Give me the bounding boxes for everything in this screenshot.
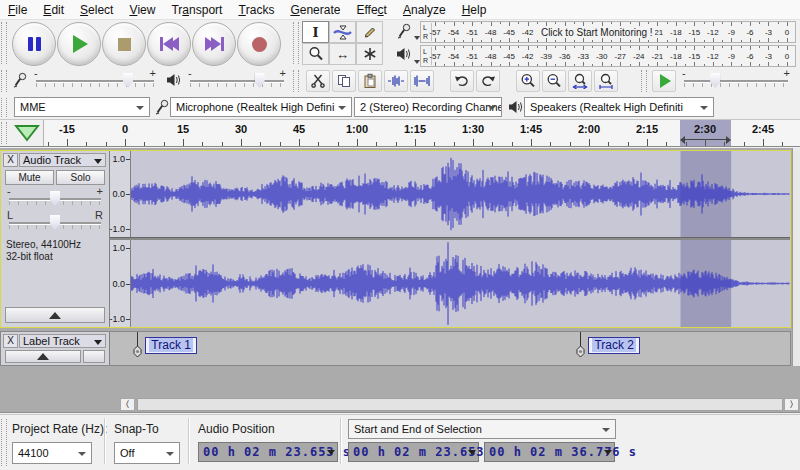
menu-select[interactable]: Select [72, 0, 121, 19]
scroll-right-button[interactable]: 〉 [784, 398, 799, 411]
snap-to-select[interactable]: Off [114, 442, 180, 464]
waveform-channel-right[interactable] [131, 240, 790, 327]
mute-button[interactable]: Mute [5, 170, 54, 185]
menu-help[interactable]: Help [454, 0, 495, 19]
play-button[interactable] [57, 22, 101, 66]
waveform-channel-left[interactable] [131, 151, 790, 237]
zoom-out-button[interactable] [542, 70, 566, 92]
scrollbar-thumb[interactable] [137, 398, 783, 411]
selection-start-field[interactable]: 00 h 02 m 23.653 s [348, 442, 479, 462]
redo-button[interactable] [476, 70, 500, 92]
skip-to-start-button[interactable] [147, 22, 191, 66]
horizontal-scrollbar: 〈 〉 [0, 397, 800, 413]
toolbar-grip[interactable] [1, 419, 7, 466]
collapse-track-button[interactable] [5, 350, 81, 363]
recording-meter[interactable]: LR-57-54-51-48-45-42-39-36-33-30-27-24-2… [390, 21, 798, 43]
undo-button[interactable] [450, 70, 474, 92]
vertical-scale-ruler[interactable]: 1.00.0-1.0 [110, 151, 131, 237]
zoom-tool[interactable] [302, 43, 329, 65]
microphone-icon[interactable] [396, 23, 418, 41]
meter-scale-value: 0 [785, 28, 789, 37]
timeline-label: 2:30 [694, 123, 716, 135]
multi-tool[interactable] [356, 43, 383, 65]
track-title-menu[interactable]: Audio Track [19, 153, 106, 167]
recording-channels-select[interactable]: 2 (Stereo) Recording Channels [354, 97, 502, 117]
skip-to-end-button[interactable] [192, 22, 236, 66]
label-text[interactable]: Track 1 [145, 337, 197, 354]
timeline-pin-cell [0, 120, 44, 146]
menu-file[interactable]: File [0, 0, 35, 19]
menu-transport[interactable]: Transport [163, 0, 230, 19]
time-shift-tool[interactable]: ↔ [329, 43, 356, 65]
toolbar-grip[interactable] [1, 122, 7, 144]
track-title-menu[interactable]: Label Track [19, 334, 106, 348]
paste-button[interactable] [358, 70, 382, 92]
gain-slider[interactable]: -+ [9, 189, 101, 209]
toolbar-grip[interactable] [1, 22, 7, 64]
timeline-label: 30 [235, 123, 247, 135]
copy-button[interactable] [332, 70, 356, 92]
record-button[interactable] [237, 22, 281, 66]
meter-scale-value: -54 [448, 52, 460, 61]
playback-meter[interactable]: LR-57-54-51-48-45-42-39-36-33-30-27-24-2… [390, 45, 798, 67]
toolbar-grip[interactable] [293, 70, 299, 92]
meter-scale-value: -18 [670, 28, 682, 37]
menu-tracks[interactable]: Tracks [230, 0, 282, 19]
trim-outside-selection-button[interactable] [384, 70, 408, 92]
selection-tool[interactable]: I [302, 21, 329, 43]
menu-analyze[interactable]: Analyze [395, 0, 454, 19]
audio-position-field[interactable]: 00 h 02 m 23.653 s [198, 442, 338, 462]
audio-host-select[interactable]: MME [14, 97, 150, 117]
meter-scale-value: -45 [503, 28, 515, 37]
close-track-button[interactable]: X [3, 153, 18, 167]
envelope-tool[interactable] [329, 21, 356, 43]
vertical-scrollbar[interactable] [792, 148, 800, 366]
label-handle-icon[interactable] [132, 343, 143, 363]
pause-button[interactable] [12, 22, 56, 66]
zoom-in-button[interactable] [516, 70, 540, 92]
toolbar-grip[interactable] [293, 22, 299, 64]
record-icon [252, 37, 267, 52]
selection-end-field[interactable]: 00 h 02 m 36.776 s [484, 442, 615, 462]
project-rate-value: 44100 [18, 447, 49, 459]
selection-mode-select[interactable]: Start and End of Selection [348, 419, 616, 439]
speaker-icon[interactable] [396, 47, 418, 65]
playback-device-select[interactable]: Speakers (Realtek High Definiti [524, 97, 714, 117]
recording-device-select[interactable]: Microphone (Realtek High Defini [170, 97, 352, 117]
stop-button[interactable] [102, 22, 146, 66]
silence-selection-button[interactable] [410, 70, 434, 92]
playback-volume-slider[interactable]: -+ [190, 71, 284, 91]
quick-play-triangle-icon[interactable] [14, 124, 40, 142]
label-text[interactable]: Track 2 [588, 337, 640, 354]
vertical-scale-ruler[interactable]: 1.00.0-1.0 [110, 240, 131, 327]
close-track-button[interactable]: X [3, 334, 18, 348]
solo-button[interactable]: Solo [56, 170, 105, 185]
cut-button[interactable] [306, 70, 330, 92]
scroll-left-button[interactable]: 〈 [120, 398, 135, 411]
meter-scale-value: -6 [746, 52, 753, 61]
toolbar-grip[interactable] [1, 98, 7, 117]
zoom-toggle-button[interactable] [594, 70, 618, 92]
pan-slider[interactable]: LR [9, 213, 101, 233]
label-handle-icon[interactable] [575, 343, 586, 363]
toolbar-grip[interactable] [641, 70, 647, 92]
meter-scale-value: -51 [466, 52, 478, 61]
timeline-ruler[interactable]: -1501530451:001:151:301:452:002:152:302:… [0, 120, 800, 147]
play-at-speed-button[interactable] [652, 70, 676, 92]
label-track-control-panel: X Label Track [1, 332, 110, 365]
collapse-track-button[interactable] [5, 307, 105, 323]
menu-generate[interactable]: Generate [282, 0, 348, 19]
toolbar-grip[interactable] [1, 70, 7, 92]
zoom-to-selection-button[interactable] [568, 70, 592, 92]
label-track-content[interactable]: Track 1Track 2 [110, 332, 790, 365]
draw-tool[interactable] [356, 21, 383, 43]
recording-volume-slider[interactable]: -+ [36, 71, 154, 91]
menu-view[interactable]: View [121, 0, 163, 19]
playback-speed-slider[interactable]: -+ [684, 71, 788, 91]
menu-effect[interactable]: Effect [348, 0, 394, 19]
track-resize-button[interactable] [83, 350, 105, 363]
project-rate-select[interactable]: 44100 [12, 442, 92, 464]
menu-edit[interactable]: Edit [35, 0, 72, 19]
meter-channel-label: R [423, 33, 428, 40]
meter-monitor-text[interactable]: Click to Start Monitoring ! [538, 27, 656, 38]
